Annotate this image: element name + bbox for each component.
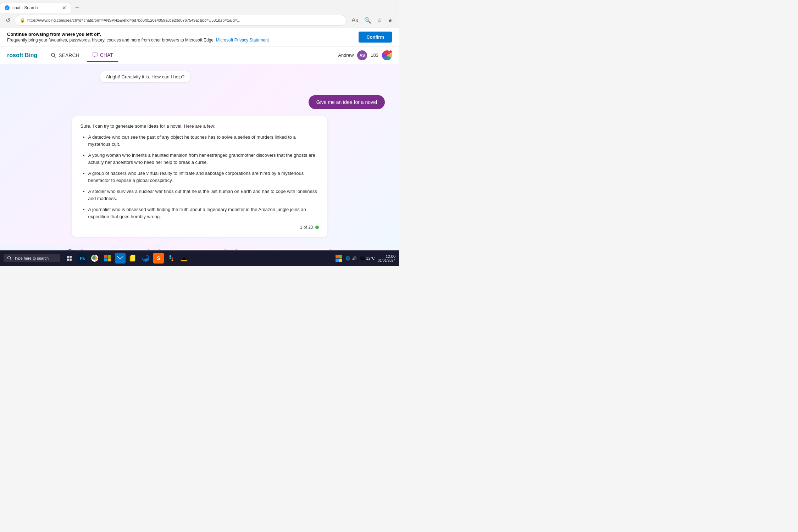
collections-button[interactable]: ★ (386, 16, 395, 25)
user-message-container: Give me an idea for a novel (0, 95, 399, 109)
chat-nav-label: CHAT (100, 52, 113, 58)
chrome-icon (91, 254, 99, 262)
svg-rect-9 (70, 259, 72, 261)
svg-rect-13 (104, 255, 107, 258)
response-idea-5: A journalist who is obsessed with findin… (88, 206, 319, 220)
tab-favicon: e (5, 5, 10, 10)
user-initials: AS (360, 53, 365, 57)
taskbar-chrome[interactable] (89, 253, 100, 264)
taskbar-task-view[interactable] (64, 253, 74, 264)
points-label: 183 (371, 52, 378, 58)
svg-point-20 (170, 255, 171, 257)
reward-badge (389, 50, 392, 54)
page-indicator: 1 of 20 (300, 225, 313, 230)
svg-line-5 (10, 259, 12, 260)
svg-point-23 (172, 260, 173, 261)
svg-point-2 (51, 53, 55, 56)
user-area: Andrew AS 183 (338, 50, 392, 60)
svg-rect-6 (67, 256, 69, 258)
taskbar-search[interactable]: Type here to search (4, 254, 60, 262)
privacy-statement-link[interactable]: Microsoft Privacy Statement (216, 38, 269, 43)
response-list: A detective who can see the past of any … (81, 134, 319, 220)
taskbar-mail[interactable] (115, 253, 126, 264)
green-dot-indicator (315, 226, 319, 229)
temperature-text: 12°C (366, 256, 375, 260)
chat-area: Alright! Creativity it is. How can I hel… (0, 64, 399, 244)
bot-greeting-bubble: Alright! Creativity it is. How can I hel… (100, 71, 190, 82)
active-tab[interactable]: e chat - Search ✕ (0, 2, 71, 13)
response-idea-2: A young woman who inherits a haunted man… (88, 152, 319, 166)
response-footer: 1 of 20 (81, 225, 319, 230)
svg-text:e: e (6, 7, 8, 9)
response-idea-4: A soldier who survives a nuclear war fin… (88, 188, 319, 202)
taskbar-files[interactable] (128, 253, 138, 264)
user-avatar[interactable]: AS (357, 50, 367, 60)
reader-view-button[interactable]: Aa (349, 16, 361, 25)
refresh-button[interactable]: ↺ (4, 16, 12, 25)
svg-rect-17 (117, 255, 124, 261)
svg-rect-19 (131, 255, 135, 261)
microsoft-icon (104, 255, 111, 262)
response-intro: Sure, I can try to generate some ideas f… (81, 123, 319, 129)
taskbar-right: 🌐 🔊 🌤 12°C 12:00 01/01/2024 (336, 254, 395, 262)
mail-icon (117, 255, 124, 261)
taskbar-photoshop[interactable]: Ps (77, 253, 87, 264)
taskbar-drive[interactable] (179, 253, 189, 264)
svg-rect-14 (108, 255, 111, 258)
banner-title: Continue browsing from where you left of… (7, 32, 269, 37)
bing-nav: rosoft Bing SEARCH CHAT Andrew AS 183 (0, 46, 399, 64)
network-icon: 🌐 (345, 256, 350, 261)
svg-rect-16 (108, 259, 111, 262)
lock-icon: 🔒 (20, 18, 25, 23)
svg-line-3 (54, 56, 56, 57)
svg-rect-15 (104, 259, 107, 262)
svg-rect-7 (70, 256, 72, 258)
new-tab-button[interactable]: + (72, 4, 82, 11)
tab-bar: e chat - Search ✕ + (0, 0, 399, 13)
search-icon (51, 52, 56, 58)
volume-icon: 🔊 (352, 256, 357, 261)
chat-nav-item[interactable]: CHAT (87, 49, 118, 62)
tab-title: chat - Search (12, 5, 59, 10)
taskbar-microsoft[interactable] (102, 253, 113, 264)
user-bubble: Give me an idea for a novel (309, 95, 385, 109)
svg-point-4 (8, 256, 11, 259)
clock-area: 12:00 01/01/2024 (378, 254, 395, 262)
response-box: Sure, I can try to generate some ideas f… (72, 116, 327, 237)
confirm-button[interactable]: Confirm (359, 32, 392, 43)
taskbar-slack[interactable] (166, 253, 177, 264)
drive-icon (180, 254, 188, 262)
taskbar-scratch[interactable]: S (153, 253, 164, 264)
tab-close-button[interactable]: ✕ (62, 5, 66, 11)
user-name: Andrew (338, 52, 354, 58)
files-icon (129, 254, 137, 262)
taskbar-edge[interactable] (140, 253, 151, 264)
url-box[interactable]: 🔒 https://www.bing.com/search?q=chat&for… (15, 15, 347, 26)
chat-icon (92, 52, 98, 58)
bing-logo: rosoft Bing (7, 52, 37, 59)
toolbar-icons: Aa 🔍 ☆ ★ (349, 16, 395, 25)
photoshop-icon: Ps (78, 255, 85, 262)
search-nav-label: SEARCH (59, 52, 79, 58)
user-message-text: Give me an idea for a novel (316, 99, 377, 105)
system-icons: 🌐 🔊 (345, 256, 357, 261)
svg-point-21 (170, 257, 171, 259)
search-nav-item[interactable]: SEARCH (46, 49, 84, 62)
windows-color-icon (336, 255, 343, 262)
url-text: https://www.bing.com/search?q=chat&form=… (27, 18, 341, 22)
favorites-add-button[interactable]: ☆ (375, 16, 384, 25)
search-toolbar-button[interactable]: 🔍 (362, 16, 373, 25)
scratch-label: S (157, 255, 160, 261)
slack-icon (167, 254, 175, 262)
banner-content: Continue browsing from where you left of… (7, 32, 269, 43)
response-idea-1: A detective who can see the past of any … (88, 134, 319, 148)
taskbar-search-text: Type here to search (14, 256, 49, 260)
browser-chrome: e chat - Search ✕ + ↺ 🔒 https://www.bing… (0, 0, 399, 28)
windows-search-icon (7, 256, 12, 261)
address-bar: ↺ 🔒 https://www.bing.com/search?q=chat&f… (0, 13, 399, 28)
svg-point-22 (172, 257, 173, 259)
nav-items: SEARCH CHAT (46, 49, 338, 62)
weather-icon: 🌤 (360, 255, 365, 261)
import-banner: Continue browsing from where you left of… (0, 28, 399, 46)
reward-icon[interactable] (382, 50, 392, 60)
